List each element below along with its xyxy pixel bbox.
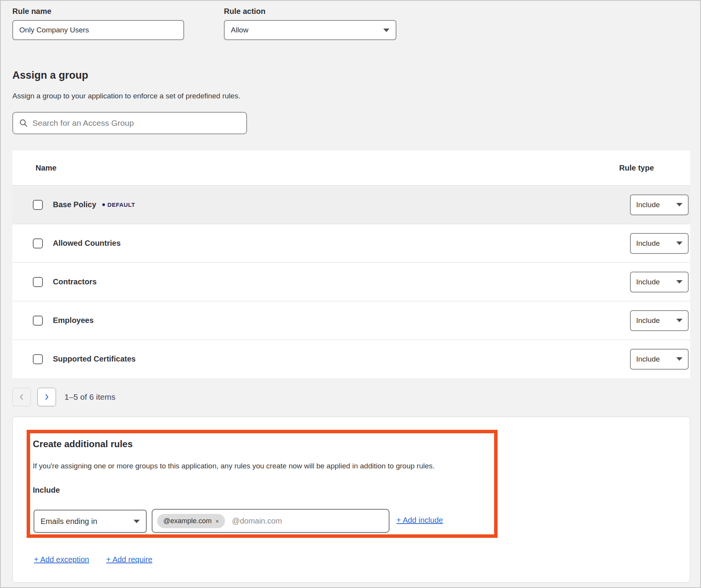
include-condition-value: Emails ending in bbox=[41, 517, 97, 526]
row-checkbox[interactable] bbox=[33, 277, 43, 287]
group-name: Supported Certificates bbox=[53, 355, 135, 363]
table-row: Base Policy DEFAULT Include bbox=[12, 185, 690, 224]
rule-type-value: Include bbox=[636, 355, 660, 363]
email-domain-tag: @example.com × bbox=[157, 514, 225, 528]
email-domain-tag-input[interactable]: @example.com × @domain.com bbox=[152, 509, 389, 533]
chevron-down-icon bbox=[676, 357, 682, 361]
chevron-left-icon bbox=[18, 393, 25, 401]
access-group-search[interactable] bbox=[12, 112, 247, 134]
table-body: Base Policy DEFAULT Include Allowed Coun… bbox=[12, 185, 690, 378]
table-row: Allowed Countries Include bbox=[12, 224, 690, 262]
group-name: Base Policy bbox=[53, 200, 96, 209]
rule-type-value: Include bbox=[636, 316, 660, 325]
row-checkbox[interactable] bbox=[33, 238, 43, 248]
rule-type-value: Include bbox=[636, 278, 660, 286]
access-rule-page: Rule name Rule action Allow Assign a gro… bbox=[0, 0, 701, 588]
chevron-down-icon bbox=[383, 29, 389, 32]
column-header-name: Name bbox=[36, 164, 619, 172]
include-label: Include bbox=[33, 486, 60, 495]
assign-group-heading: Assign a group bbox=[12, 69, 88, 81]
table-row: Supported Certificates Include bbox=[12, 340, 690, 378]
default-badge: DEFAULT bbox=[102, 201, 135, 208]
access-groups-table: Name Rule type Base Policy DEFAULT Inclu… bbox=[12, 150, 690, 378]
tag-input-placeholder: @domain.com bbox=[232, 517, 282, 525]
rule-type-select[interactable]: Include bbox=[630, 310, 689, 331]
column-header-rule-type: Rule type bbox=[619, 164, 679, 172]
rule-name-input[interactable] bbox=[12, 20, 184, 40]
rule-type-value: Include bbox=[636, 239, 660, 248]
pagination: 1–5 of 6 items bbox=[12, 388, 115, 406]
additional-rules-description: If you're assigning one or more groups t… bbox=[33, 462, 481, 470]
table-header: Name Rule type bbox=[12, 150, 690, 185]
additional-rules-card: Create additional rules If you're assign… bbox=[12, 417, 690, 583]
badge-dot-icon bbox=[102, 203, 105, 206]
rule-action-value: Allow bbox=[231, 26, 248, 34]
table-row: Employees Include bbox=[12, 301, 690, 340]
row-checkbox[interactable] bbox=[33, 316, 43, 326]
badge-label: DEFAULT bbox=[107, 201, 135, 208]
row-checkbox[interactable] bbox=[33, 354, 43, 364]
chevron-right-icon bbox=[43, 393, 51, 401]
next-page-button[interactable] bbox=[37, 388, 56, 406]
add-exception-link[interactable]: + Add exception bbox=[34, 555, 89, 564]
additional-rules-heading: Create additional rules bbox=[33, 439, 133, 449]
chevron-down-icon bbox=[676, 242, 682, 245]
add-require-link[interactable]: + Add require bbox=[106, 555, 152, 564]
table-row: Contractors Include bbox=[12, 262, 690, 301]
group-name: Allowed Countries bbox=[53, 239, 121, 248]
previous-page-button[interactable] bbox=[12, 388, 31, 406]
rule-action-select[interactable]: Allow bbox=[224, 20, 396, 40]
group-name: Employees bbox=[53, 316, 94, 325]
remove-tag-icon[interactable]: × bbox=[215, 518, 219, 524]
rule-name-label: Rule name bbox=[12, 7, 51, 16]
pagination-range-text: 1–5 of 6 items bbox=[64, 392, 115, 402]
assign-group-description: Assign a group to your application to en… bbox=[12, 92, 240, 100]
chevron-down-icon bbox=[134, 520, 140, 523]
search-icon bbox=[19, 119, 28, 127]
tag-value: @example.com bbox=[163, 517, 212, 525]
rule-action-label: Rule action bbox=[224, 7, 266, 16]
row-checkbox[interactable] bbox=[33, 200, 43, 210]
chevron-down-icon bbox=[676, 319, 682, 322]
rule-type-value: Include bbox=[636, 201, 660, 209]
rule-type-select[interactable]: Include bbox=[630, 233, 689, 254]
rule-type-select[interactable]: Include bbox=[630, 349, 689, 370]
chevron-down-icon bbox=[676, 203, 682, 206]
group-name: Contractors bbox=[53, 277, 97, 286]
chevron-down-icon bbox=[676, 280, 682, 284]
add-include-link[interactable]: + Add include bbox=[396, 516, 443, 525]
search-input[interactable] bbox=[32, 118, 240, 128]
rule-type-select[interactable]: Include bbox=[630, 272, 689, 292]
include-condition-select[interactable]: Emails ending in bbox=[34, 510, 147, 533]
rule-type-select[interactable]: Include bbox=[630, 194, 689, 215]
